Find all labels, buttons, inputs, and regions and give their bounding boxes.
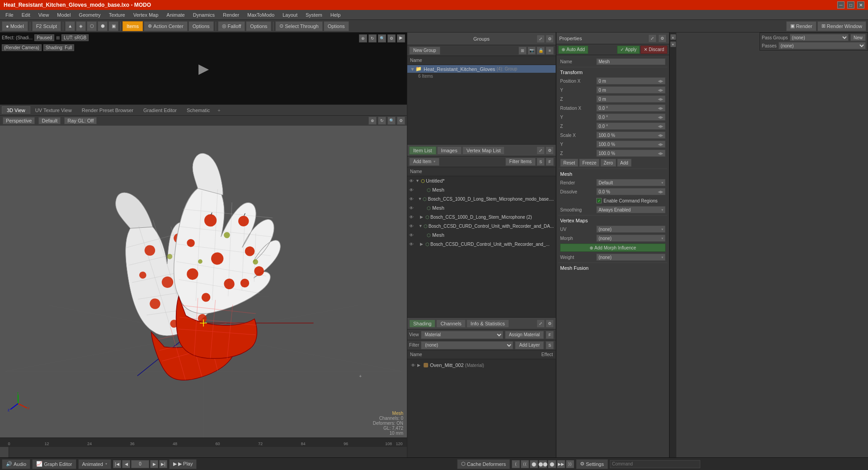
viewport-icon-3[interactable]: 🔍 xyxy=(387,117,396,125)
rot-x-value[interactable]: 0.0 ° ◀▶ xyxy=(596,104,665,112)
viewport-icon-2[interactable]: ↻ xyxy=(378,117,386,125)
pass-groups-new-btn[interactable]: New xyxy=(850,34,866,41)
filter-items-btn[interactable]: Filter Items xyxy=(505,158,536,166)
item-eye-mesh-3[interactable]: 👁 xyxy=(409,233,415,238)
sca-z-value[interactable]: 100.0 % ◀▶ xyxy=(596,150,665,157)
render-value[interactable]: Default ▾ xyxy=(596,179,665,186)
preview-icon-btn-3[interactable]: 🔍 xyxy=(378,34,386,42)
options-btn-1[interactable]: Options xyxy=(189,21,214,31)
preview-icon-btn-2[interactable]: ↻ xyxy=(368,34,377,42)
item-eye-bosch-1[interactable]: 👁 xyxy=(409,197,414,202)
minimize-btn[interactable]: ─ xyxy=(837,1,844,9)
item-row-bosch-2[interactable]: 👁 ▶ ⬡ Bosch_CCS_1000_D_Long_Stem_Microph… xyxy=(407,212,556,221)
menu-geometry[interactable]: Geometry xyxy=(75,11,104,19)
item-row-mesh-3[interactable]: 👁 ⬡ Mesh xyxy=(407,230,556,240)
transport-1[interactable]: ⟨ xyxy=(512,460,520,468)
vertex-maps-header[interactable]: Vertex Maps xyxy=(558,216,667,225)
item-eye-mesh-2[interactable]: 👁 xyxy=(409,206,415,211)
render-btn[interactable]: ▣ Render xyxy=(786,21,816,31)
freeze-btn[interactable]: Freeze xyxy=(579,159,599,167)
menu-file[interactable]: File xyxy=(2,11,17,19)
timeline-ruler[interactable]: 0 12 24 36 48 60 72 84 96 108 120 xyxy=(0,438,407,447)
menu-texture[interactable]: Texture xyxy=(105,11,129,19)
tab-info-statistics[interactable]: Info & Statistics xyxy=(467,320,509,328)
frame-input[interactable] xyxy=(131,460,149,468)
properties-expand-btn[interactable]: ⤢ xyxy=(648,34,656,42)
tab-channels[interactable]: Channels xyxy=(436,320,465,328)
menu-dynamics[interactable]: Dynamics xyxy=(189,11,218,19)
viewport-raygl[interactable]: Ray GL: Off xyxy=(64,117,97,124)
menu-model[interactable]: Model xyxy=(53,11,74,19)
select-mode-2[interactable]: ◈ xyxy=(76,21,86,31)
rot-z-value[interactable]: 0.0 ° ◀▶ xyxy=(596,122,665,130)
menu-vertex-map[interactable]: Vertex Map xyxy=(130,11,162,19)
item-row-bosch-1[interactable]: 👁 ▼ ⬡ Bosch_CCS_1000_D_Long_Stem_Microph… xyxy=(407,194,556,203)
settings-btn[interactable]: ⚙ Settings xyxy=(576,459,608,469)
tab-add-btn[interactable]: + xyxy=(215,107,223,114)
item-row-untitled[interactable]: 👁 ▼ ⬡ Untitled* xyxy=(407,176,556,185)
menu-view[interactable]: View xyxy=(35,11,53,19)
action-center-btn[interactable]: ⊕ Action Center xyxy=(144,21,188,31)
rot-y-value[interactable]: 0.0 ° ◀▶ xyxy=(596,113,665,121)
maximize-btn[interactable]: □ xyxy=(847,1,854,9)
menu-maxtomodo[interactable]: MaxToModo xyxy=(244,11,278,19)
groups-toolbar-icon-3[interactable]: 🔒 xyxy=(537,47,545,55)
item-list-icon-btn[interactable]: ⚙ xyxy=(546,146,554,155)
mesh-header[interactable]: Mesh xyxy=(558,170,667,178)
properties-icon-btn[interactable]: ⚙ xyxy=(658,34,666,42)
mesh-fusion-header[interactable]: Mesh Fusion xyxy=(558,264,667,272)
item-row-mesh-2[interactable]: 👁 ⬡ Mesh xyxy=(407,203,556,212)
select-mode-4[interactable]: ⬢ xyxy=(98,21,108,31)
next-key-btn[interactable]: ▶| xyxy=(159,460,167,468)
play-button[interactable]: ▶ xyxy=(190,55,217,82)
far-right-icon-1[interactable]: ▲ xyxy=(670,34,676,40)
select-mode-3[interactable]: ⬡ xyxy=(87,21,97,31)
animated-btn[interactable]: Animated ▾ xyxy=(78,459,111,469)
preview-icon-btn-5[interactable]: ⯈ xyxy=(397,34,405,42)
shading-list[interactable]: 👁 ▶ Oven_Mitt_002 (Material) xyxy=(407,359,556,457)
far-right-icon-2[interactable]: ▼ xyxy=(670,42,676,47)
filter-select[interactable]: (none) xyxy=(421,341,513,349)
menu-animate[interactable]: Animate xyxy=(163,11,188,19)
add-item-btn[interactable]: Add Item ▾ xyxy=(409,158,439,166)
preview-icon-btn-1[interactable]: ⊕ xyxy=(359,34,367,42)
weight-value[interactable]: (none) ▾ xyxy=(596,254,665,261)
zero-btn[interactable]: Zero xyxy=(600,159,616,167)
tab-vertex-map-list[interactable]: Vertex Map List xyxy=(462,146,505,155)
transport-5[interactable]: ⬤ xyxy=(548,460,556,468)
auto-add-btn[interactable]: ⊕ Auto Add xyxy=(558,46,588,54)
uv-value[interactable]: (none) ▾ xyxy=(596,226,665,233)
item-eye-bosch-2[interactable]: 👁 xyxy=(409,215,415,220)
tab-schematic[interactable]: Schematic xyxy=(182,106,215,114)
next-frame-btn[interactable]: ▶ xyxy=(150,460,158,468)
item-row-mesh-1[interactable]: 👁 ⬡ Mesh xyxy=(407,185,556,194)
item-row-ccsd-1[interactable]: 👁 ▼ ⬡ Bosch_CCSD_CURD_Control_Unit_with_… xyxy=(407,221,556,230)
cache-deformers-btn[interactable]: ⬡ Cache Deformers xyxy=(457,459,510,469)
pos-z-value[interactable]: 0 m ◀▶ xyxy=(596,95,665,103)
shading-expand-btn[interactable]: ⤢ xyxy=(537,320,545,328)
tab-gradient-editor[interactable]: Gradient Editor xyxy=(138,106,182,114)
item-list-expand-btn[interactable]: ⤢ xyxy=(537,146,545,155)
pos-y-value[interactable]: 0 m ◀▶ xyxy=(596,86,665,94)
select-through-options-btn[interactable]: Options xyxy=(324,21,349,31)
morph-value[interactable]: (none) ▾ xyxy=(596,235,665,242)
add-transform-btn[interactable]: Add xyxy=(617,159,632,167)
tab-images[interactable]: Images xyxy=(437,146,462,155)
graph-editor-btn[interactable]: 📈 Graph Editor xyxy=(32,459,76,469)
item-row-ccsd-2[interactable]: 👁 ▶ ⬡ Bosch_CCSD_CURD_Control_Unit_with_… xyxy=(407,240,556,249)
menu-help[interactable]: Help xyxy=(327,11,344,19)
groups-expand-btn[interactable]: ⤢ xyxy=(537,35,545,43)
new-group-btn[interactable]: New Group xyxy=(409,47,440,55)
play-btn[interactable]: ▶ ▶ Play xyxy=(169,459,197,469)
smoothing-value[interactable]: Always Enabled ▾ xyxy=(596,206,665,213)
sculpt-btn[interactable]: F2 Sculpt xyxy=(32,21,61,31)
menu-layout[interactable]: Layout xyxy=(279,11,301,19)
transport-7[interactable]: ⟩⟩ xyxy=(566,460,574,468)
audio-btn[interactable]: 🔊 Audio xyxy=(2,459,30,469)
model-btn[interactable]: ● Model xyxy=(2,21,28,31)
items-btn[interactable]: Items xyxy=(123,21,143,31)
menu-edit[interactable]: Edit xyxy=(18,11,34,19)
falloff-btn[interactable]: ◎ Falloff xyxy=(218,21,245,31)
transform-header[interactable]: Transform xyxy=(558,68,667,76)
falloff-options-btn[interactable]: Options xyxy=(246,21,271,31)
